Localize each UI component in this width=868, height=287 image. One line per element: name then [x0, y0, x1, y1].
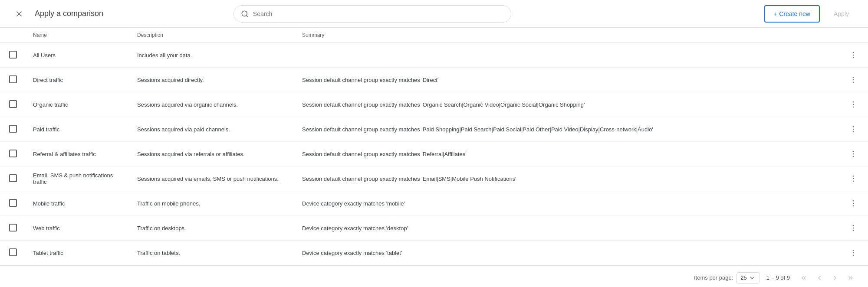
more-options-button[interactable]: [845, 121, 861, 137]
row-summary-cell: Device category exactly matches 'desktop…: [295, 216, 838, 241]
row-name-cell: Mobile traffic: [26, 191, 130, 216]
create-new-button[interactable]: + Create new: [764, 5, 820, 23]
table-row: Web traffic Traffic on desktops. Device …: [0, 216, 868, 241]
row-name-cell: Organic traffic: [26, 92, 130, 117]
row-summary: Session default channel group exactly ma…: [302, 176, 516, 182]
row-description-cell: Traffic on mobile phones.: [130, 191, 295, 216]
col-header-description: Description: [130, 28, 295, 43]
row-checkbox[interactable]: [9, 150, 17, 157]
row-description: Sessions acquired directly.: [137, 77, 204, 83]
more-options-button[interactable]: [845, 220, 861, 236]
row-checkbox[interactable]: [9, 199, 17, 207]
comparison-table: Name Description Summary All Users Inclu…: [0, 28, 868, 265]
row-description-cell: Traffic on tablets.: [130, 241, 295, 265]
row-summary-cell: Session default channel group exactly ma…: [295, 68, 838, 92]
svg-point-12: [853, 107, 854, 108]
svg-point-16: [853, 151, 854, 152]
svg-point-20: [853, 178, 854, 179]
row-summary-cell: Session default channel group exactly ma…: [295, 166, 838, 191]
svg-point-7: [853, 77, 854, 78]
prev-page-button[interactable]: [812, 271, 826, 285]
chevron-down-icon: [749, 274, 756, 281]
svg-point-5: [853, 55, 854, 56]
more-options-button[interactable]: [845, 196, 861, 211]
row-name: Email, SMS & push notifications traffic: [33, 172, 113, 185]
row-actions-cell: [838, 43, 868, 68]
row-checkbox-cell: [0, 43, 26, 68]
row-description: Sessions acquired via emails, SMS or pus…: [137, 176, 279, 182]
svg-point-17: [853, 153, 854, 155]
more-options-button[interactable]: [845, 146, 861, 162]
close-button[interactable]: [10, 5, 28, 23]
row-name: Paid traffic: [33, 126, 59, 133]
header-actions: + Create new Apply: [764, 5, 858, 23]
svg-point-18: [853, 156, 854, 157]
svg-point-23: [853, 203, 854, 204]
row-checkbox[interactable]: [9, 248, 17, 256]
svg-point-30: [853, 255, 854, 256]
row-actions-cell: [838, 117, 868, 142]
row-summary-cell: [295, 43, 838, 68]
apply-button[interactable]: Apply: [825, 5, 858, 23]
more-options-button[interactable]: [845, 47, 861, 63]
search-input[interactable]: [253, 10, 504, 17]
svg-point-11: [853, 104, 854, 105]
row-checkbox-cell: [0, 68, 26, 92]
row-name-cell: Paid traffic: [26, 117, 130, 142]
row-description-cell: Traffic on desktops.: [130, 216, 295, 241]
row-summary-cell: Session default channel group exactly ma…: [295, 142, 838, 166]
row-description: Traffic on desktops.: [137, 225, 186, 232]
items-per-page-container: Items per page: 25: [694, 272, 760, 284]
table-row: Direct traffic Sessions acquired directl…: [0, 68, 868, 92]
row-actions-cell: [838, 142, 868, 166]
row-name: All Users: [33, 52, 56, 59]
row-actions-cell: [838, 241, 868, 265]
items-per-page-value: 25: [740, 274, 746, 281]
svg-point-28: [853, 250, 854, 251]
page-title: Apply a comparison: [35, 9, 103, 18]
row-description: Traffic on tablets.: [137, 250, 180, 256]
row-summary-cell: Device category exactly matches 'mobile': [295, 191, 838, 216]
row-name: Tablet traffic: [33, 250, 63, 256]
row-checkbox[interactable]: [9, 75, 17, 83]
row-name: Referral & affiliates traffic: [33, 151, 96, 157]
more-options-button[interactable]: [845, 97, 861, 112]
svg-point-27: [853, 230, 854, 232]
row-checkbox-cell: [0, 92, 26, 117]
row-description: Sessions acquired via paid channels.: [137, 126, 230, 133]
next-page-button[interactable]: [828, 271, 842, 285]
row-actions-cell: [838, 68, 868, 92]
row-summary: Session default channel group exactly ma…: [302, 101, 585, 108]
row-checkbox[interactable]: [9, 51, 17, 59]
svg-point-10: [853, 101, 854, 103]
row-checkbox[interactable]: [9, 224, 17, 232]
row-name-cell: Email, SMS & push notifications traffic: [26, 166, 130, 191]
row-description: Traffic on mobile phones.: [137, 200, 200, 207]
row-checkbox[interactable]: [9, 125, 17, 133]
first-page-button[interactable]: [797, 271, 811, 285]
svg-point-22: [853, 200, 854, 202]
row-checkbox[interactable]: [9, 100, 17, 108]
svg-point-15: [853, 131, 854, 133]
row-name-cell: Tablet traffic: [26, 241, 130, 265]
last-page-button[interactable]: [844, 271, 858, 285]
row-checkbox[interactable]: [9, 174, 17, 182]
svg-point-21: [853, 181, 854, 182]
table-header-row: Name Description Summary: [0, 28, 868, 43]
items-per-page-select[interactable]: 25: [736, 272, 759, 284]
more-options-button[interactable]: [845, 171, 861, 186]
more-options-button[interactable]: [845, 72, 861, 88]
row-actions-cell: [838, 216, 868, 241]
row-name: Web traffic: [33, 225, 60, 232]
table-row: Email, SMS & push notifications traffic …: [0, 166, 868, 191]
comparison-table-container: Name Description Summary All Users Inclu…: [0, 28, 868, 265]
svg-point-13: [853, 126, 854, 127]
row-name: Organic traffic: [33, 101, 68, 108]
svg-point-8: [853, 79, 854, 81]
row-summary: Session default channel group exactly ma…: [302, 151, 467, 157]
footer: Items per page: 25 1 – 9 of 9: [0, 265, 868, 287]
row-actions-cell: [838, 92, 868, 117]
more-options-button[interactable]: [845, 245, 861, 261]
col-header-name: Name: [26, 28, 130, 43]
svg-point-4: [853, 52, 854, 53]
